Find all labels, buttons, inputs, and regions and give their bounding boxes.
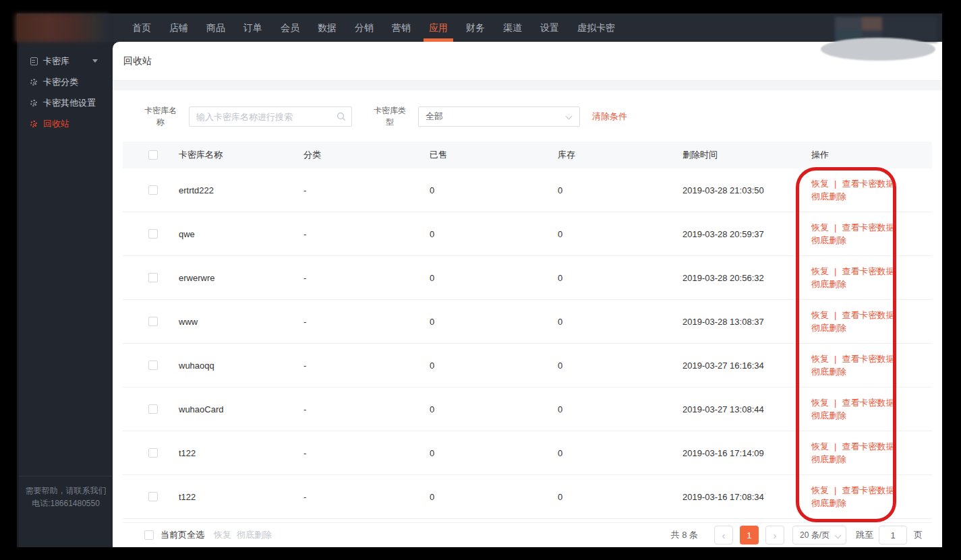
delete-forever-link[interactable]: 彻底删除 [811,235,846,245]
name-search-input[interactable] [189,106,352,127]
redacted-logo [15,13,109,42]
row-category: - [303,404,430,414]
view-card-data-link[interactable]: 查看卡密数据 [842,266,894,276]
action-divider: | [834,398,836,408]
restore-link[interactable]: 恢复 [811,310,829,320]
type-select-value: 全部 [426,111,443,123]
view-card-data-link[interactable]: 查看卡密数据 [842,354,894,364]
current-page-button[interactable]: 1 [740,526,759,545]
nav-item-4[interactable]: 订单 [243,13,262,42]
row-deleted-time: 2019-03-27 16:16:34 [682,361,811,371]
delete-forever-link[interactable]: 彻底删除 [811,279,846,289]
delete-forever-link[interactable]: 彻底删除 [811,498,846,508]
row-checkbox[interactable] [148,448,158,458]
jump-page-input[interactable] [879,526,907,545]
table-body: ertrtd222-002019-03-28 21:03:50恢复|查看卡密数据… [123,168,932,519]
row-checkbox[interactable] [148,492,158,501]
row-category: - [303,273,430,283]
next-page-button[interactable]: › [765,526,784,545]
gear-icon [29,77,38,87]
row-checkbox[interactable] [148,317,158,326]
nav-item-10[interactable]: 财务 [466,13,485,42]
sidebar-item-2[interactable]: 卡密分类 [19,71,113,92]
row-checkbox[interactable] [148,273,158,282]
sidebar-item-label: 回收站 [43,118,69,130]
header-separator [113,81,942,90]
row-checkbox[interactable] [148,185,158,195]
row-name: www [179,317,303,327]
row-stock: 0 [558,404,682,414]
table-row: www-002019-03-28 13:08:37恢复|查看卡密数据彻底删除 [123,300,932,344]
nav-item-12[interactable]: 设置 [540,13,559,42]
sidebar-item-label: 卡密分类 [43,76,78,88]
restore-link[interactable]: 恢复 [811,485,829,495]
row-sold: 0 [430,185,558,195]
main-content: 回收站 卡密库名称 卡密库类型 全部 [113,42,942,547]
row-checkbox[interactable] [148,361,158,370]
sidebar-item-4[interactable]: 回收站 [19,113,113,134]
view-card-data-link[interactable]: 查看卡密数据 [842,179,894,189]
select-all-label[interactable]: 当前页全选 [161,529,204,541]
caret-down-icon [92,59,98,63]
nav-item-3[interactable]: 商品 [206,13,225,42]
row-stock: 0 [558,361,682,371]
view-card-data-link[interactable]: 查看卡密数据 [842,485,894,495]
action-divider: | [834,354,836,364]
view-card-data-link[interactable]: 查看卡密数据 [842,310,894,320]
nav-item-2[interactable]: 店铺 [169,13,188,42]
nav-item-13[interactable]: 虚拟卡密 [577,13,615,42]
batch-delete-link[interactable]: 彻底删除 [237,529,272,541]
row-stock: 0 [558,185,682,195]
row-name: t122 [179,492,303,502]
nav-item-1[interactable]: 首页 [132,13,151,42]
restore-link[interactable]: 恢复 [811,354,829,364]
nav-item-11[interactable]: 渠道 [503,13,522,42]
view-card-data-link[interactable]: 查看卡密数据 [842,398,894,408]
row-actions: 恢复|查看卡密数据彻底删除 [811,484,932,509]
clear-filters-link[interactable]: 清除条件 [592,111,627,123]
prev-page-button[interactable]: ‹ [714,526,733,545]
row-actions: 恢复|查看卡密数据彻底删除 [811,309,932,334]
sidebar-item-3[interactable]: 卡密其他设置 [19,92,113,113]
row-name: erwerwre [179,273,303,283]
type-select[interactable]: 全部 [418,106,580,127]
view-card-data-link[interactable]: 查看卡密数据 [842,441,894,452]
sidebar-item-1[interactable]: 卡密库 [19,51,113,71]
pagination: 共 8 条 ‹ 1 › 20 条/页 跳至 页 [671,526,932,545]
delete-forever-link[interactable]: 彻底删除 [811,367,846,377]
action-divider: | [834,179,836,189]
delete-forever-link[interactable]: 彻底删除 [811,410,846,421]
nav-item-9[interactable]: 应用 [429,13,448,42]
restore-link[interactable]: 恢复 [811,179,829,189]
nav-item-6[interactable]: 数据 [318,13,337,42]
delete-forever-link[interactable]: 彻底删除 [811,191,846,201]
view-card-data-link[interactable]: 查看卡密数据 [842,222,894,232]
redacted-user-blob [821,38,935,61]
row-name: qwe [179,229,303,239]
batch-restore-link[interactable]: 恢复 [214,529,231,541]
nav-item-7[interactable]: 分销 [355,13,374,42]
row-category: - [303,317,430,327]
col-deleted-at: 删除时间 [682,149,811,161]
table-footer: 当前页全选 恢复 彻底删除 共 8 条 ‹ 1 › 20 条/页 跳至 [123,522,932,547]
delete-forever-link[interactable]: 彻底删除 [811,454,846,464]
col-sold: 已售 [430,149,558,161]
row-checkbox[interactable] [148,229,158,239]
header-checkbox[interactable] [148,150,158,160]
row-deleted-time: 2019-03-28 13:08:37 [682,317,811,327]
restore-link[interactable]: 恢复 [811,266,829,276]
restore-link[interactable]: 恢复 [811,222,829,232]
restore-link[interactable]: 恢复 [811,398,829,408]
delete-forever-link[interactable]: 彻底删除 [811,323,846,333]
restore-link[interactable]: 恢复 [811,441,829,452]
nav-item-5[interactable]: 会员 [281,13,299,42]
page-size-select[interactable]: 20 条/页 [792,526,846,545]
action-divider: | [834,310,836,320]
page-header: 回收站 [113,42,942,81]
sidebar-menu: 卡密库卡密分类卡密其他设置回收站 [19,42,113,134]
row-checkbox[interactable] [148,404,158,414]
nav-item-8[interactable]: 营销 [392,13,411,42]
row-stock: 0 [558,273,682,283]
select-all-checkbox[interactable] [144,530,154,540]
jump-to-label: 跳至 [856,529,873,541]
